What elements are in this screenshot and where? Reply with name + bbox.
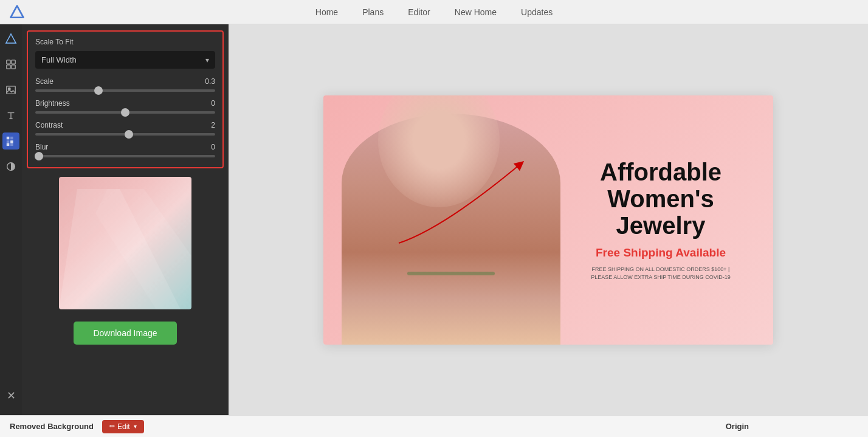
scale-control: Scale 0.3: [35, 77, 215, 92]
brightness-control: Brightness 0: [35, 99, 215, 114]
preview-thumbnail: [59, 177, 191, 309]
blur-label: Blur: [35, 143, 48, 151]
svg-rect-12: [10, 137, 13, 140]
nav-home[interactable]: Home: [315, 7, 338, 17]
scale-label: Scale: [35, 77, 53, 86]
brightness-label: Brightness: [35, 99, 70, 108]
dropdown-arrow-icon: ▾: [134, 423, 137, 430]
brightness-slider-track[interactable]: [35, 111, 215, 114]
icon-sidebar: ✕: [0, 24, 22, 415]
preview-section: [22, 172, 229, 314]
scale-select-wrapper[interactable]: Full Width Full Height Fit Fill ▾: [35, 51, 215, 69]
app-logo: [7, 2, 27, 22]
close-sidebar-icon[interactable]: ✕: [2, 387, 19, 404]
sidebar-contrast-icon[interactable]: [2, 158, 19, 175]
svg-rect-14: [10, 140, 13, 143]
blur-control: Blur 0: [35, 143, 215, 157]
banner-title: Affordable Women's Jewelry: [573, 158, 749, 238]
svg-rect-13: [7, 140, 10, 143]
sidebar-grid-icon[interactable]: [2, 56, 19, 73]
brightness-slider-thumb[interactable]: [121, 108, 129, 117]
banner-text-area: Affordable Women's Jewelry Free Shipping…: [573, 158, 749, 281]
scale-to-fit-section: Scale To Fit Full Width Full Height Fit …: [27, 30, 224, 168]
scale-slider-track[interactable]: [35, 89, 215, 92]
svg-marker-0: [11, 5, 24, 17]
bottom-bar: Removed Background ✏ Edit ▾ Origin: [0, 415, 868, 437]
svg-rect-11: [7, 137, 10, 140]
sidebar-pattern-icon[interactable]: [2, 132, 19, 150]
removed-bg-label: Removed Background: [10, 422, 94, 431]
sidebar-text-icon[interactable]: [2, 107, 19, 124]
download-section: Download Image: [22, 314, 229, 354]
svg-rect-3: [12, 60, 15, 64]
svg-marker-1: [6, 34, 16, 43]
contrast-control: Contrast 2: [35, 121, 215, 136]
contrast-slider-track[interactable]: [35, 133, 215, 136]
edit-button[interactable]: ✏ Edit ▾: [102, 420, 144, 433]
nav-plans[interactable]: Plans: [362, 7, 384, 17]
nav-new-home[interactable]: New Home: [455, 7, 497, 17]
svg-rect-16: [10, 143, 13, 146]
svg-rect-5: [12, 65, 15, 69]
banner-subtitle: Free Shipping Available: [573, 246, 749, 259]
contrast-value: 2: [211, 121, 215, 129]
scale-select[interactable]: Full Width Full Height Fit Fill: [35, 51, 215, 69]
nav-updates[interactable]: Updates: [521, 7, 553, 17]
controls-panel: Scale To Fit Full Width Full Height Fit …: [22, 24, 229, 415]
blur-slider-thumb[interactable]: [35, 152, 43, 160]
svg-rect-15: [7, 143, 10, 146]
scale-value: 0.3: [205, 77, 215, 86]
pencil-icon: ✏: [109, 422, 115, 430]
top-bar: Home Plans Editor New Home Updates: [0, 0, 868, 24]
contrast-label: Contrast: [35, 121, 63, 129]
svg-rect-6: [7, 86, 15, 94]
contrast-slider-thumb[interactable]: [125, 130, 133, 139]
banner-fine-print: FREE SHIPPING ON ALL DOMESTIC ORDERS $10…: [573, 265, 749, 281]
banner-model: [323, 95, 585, 345]
svg-rect-2: [7, 60, 10, 64]
scale-to-fit-label: Scale To Fit: [35, 38, 215, 46]
brightness-value: 0: [211, 99, 215, 108]
origin-label: Origin: [726, 422, 749, 431]
sidebar-logo-icon[interactable]: [2, 30, 19, 47]
canvas-area: Affordable Women's Jewelry Free Shipping…: [229, 24, 868, 415]
edit-label: Edit: [117, 422, 130, 431]
blur-value: 0: [211, 143, 215, 151]
sidebar-image-icon[interactable]: [2, 81, 19, 98]
svg-rect-4: [7, 65, 10, 69]
nav-editor[interactable]: Editor: [408, 7, 430, 17]
banner: Affordable Women's Jewelry Free Shipping…: [323, 95, 773, 345]
blur-slider-track[interactable]: [35, 155, 215, 157]
scale-slider-thumb[interactable]: [94, 86, 103, 95]
download-button[interactable]: Download Image: [74, 322, 176, 345]
